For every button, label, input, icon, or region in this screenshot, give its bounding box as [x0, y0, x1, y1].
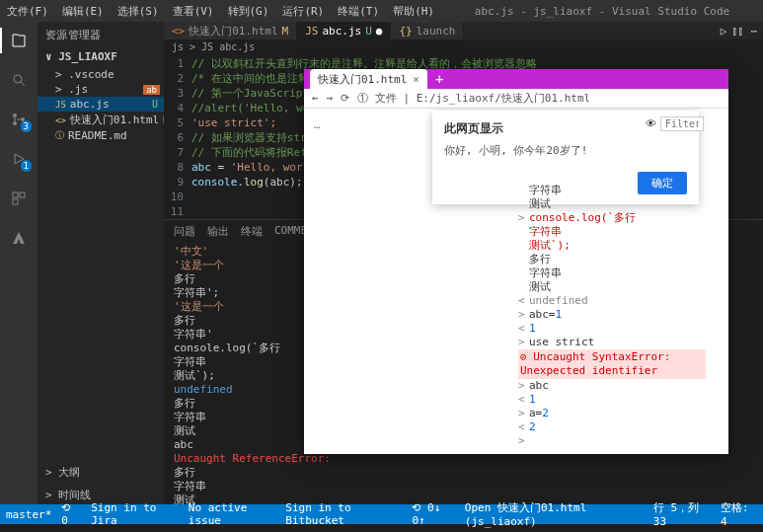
outline-section[interactable]: > 大纲	[38, 461, 164, 484]
more-icon[interactable]: ⋯	[750, 25, 757, 38]
file-item[interactable]: JS abc.jsU	[38, 97, 164, 112]
reload-icon[interactable]: ⟳	[341, 92, 349, 105]
atlassian-icon[interactable]	[8, 227, 30, 249]
debug-icon[interactable]: 1	[8, 148, 30, 170]
git-branch[interactable]: master*	[6, 508, 51, 521]
close-icon[interactable]: ×	[413, 73, 420, 86]
menu-bar[interactable]: 文件(F)编辑(E)选择(S)查看(V)转到(G)运行(R)终端(T)帮助(H)	[0, 1, 441, 22]
svg-rect-6	[13, 199, 18, 204]
sidebar: 资源管理器 ∨ JS_LIAOXF > .vscode> .jsabJS abc…	[38, 22, 164, 504]
window-title: abc.js - js_liaoxf - Visual Studio Code	[441, 5, 763, 18]
breadcrumb[interactable]: js > JS abc.js	[164, 39, 763, 54]
fwd-icon[interactable]: →	[327, 92, 334, 105]
editor-tab[interactable]: {} launch	[391, 22, 464, 39]
search-icon[interactable]	[8, 69, 30, 91]
editor-tab[interactable]: <> 快速入门01.html M	[164, 22, 297, 39]
browser-tab[interactable]: 快速入门01.html×	[310, 69, 427, 89]
editor-tabs: <> 快速入门01.html MJS abc.js U ●{} launch▷⫿…	[164, 22, 763, 39]
sidebar-header: 资源管理器	[38, 22, 164, 48]
address-bar[interactable]: ① 文件 | E:/js_liaoxf/快速入门01.html	[357, 91, 721, 106]
indent[interactable]: 空格: 4	[721, 500, 757, 528]
scm-icon[interactable]: 3	[8, 109, 30, 130]
file-item[interactable]: > .vscode	[38, 67, 164, 82]
svg-point-1	[13, 114, 17, 117]
file-item[interactable]: > .jsab	[38, 82, 164, 97]
new-tab-icon[interactable]: +	[427, 71, 451, 87]
panel-tab[interactable]: 终端	[241, 224, 263, 239]
browser-toolbar: ← → ⟳ ① 文件 | E:/js_liaoxf/快速入门01.html	[304, 89, 728, 109]
cursor-pos[interactable]: 行 5，列 33	[653, 500, 711, 528]
extensions-icon[interactable]	[8, 188, 30, 209]
menu-item[interactable]: 文件(F)	[0, 1, 55, 22]
run-icon[interactable]: ▷	[721, 25, 727, 38]
svg-point-0	[14, 75, 22, 83]
svg-rect-4	[13, 192, 18, 197]
split-icon[interactable]: ⫿⫿	[732, 25, 744, 38]
menu-item[interactable]: 查看(V)	[166, 1, 221, 22]
explorer-icon[interactable]	[8, 30, 30, 51]
back-icon[interactable]: ←	[312, 92, 319, 105]
file-item[interactable]: <> 快速入门01.htmlM	[38, 112, 164, 128]
menu-item[interactable]: 终端(T)	[331, 1, 386, 22]
browser-tabbar: 快速入门01.html× +	[304, 69, 728, 89]
panel-tab[interactable]: 输出	[207, 224, 229, 239]
file-item[interactable]: ⓘ README.md	[38, 128, 164, 143]
svg-rect-5	[20, 192, 25, 197]
project-name[interactable]: ∨ JS_LIAOXF	[38, 48, 164, 65]
svg-point-2	[13, 121, 17, 125]
menu-item[interactable]: 帮助(H)	[386, 1, 441, 22]
devtools-console[interactable]: 👁 字符串测试>console.log(`多行字符串测试`);多行字符串测试<u…	[518, 114, 706, 448]
browser-window: 快速入门01.html× + ← → ⟳ ① 文件 | E:/js_liaoxf…	[304, 69, 728, 454]
activity-bar: 3 1	[0, 22, 38, 504]
devtools-eye-icon[interactable]: 👁	[646, 117, 656, 131]
filter-input[interactable]	[660, 116, 704, 131]
menu-item[interactable]: 转到(G)	[221, 1, 276, 22]
menu-item[interactable]: 运行(R)	[275, 1, 331, 22]
status-bar[interactable]: master* ⟲ 0 Sign in to Jira No active is…	[0, 504, 763, 524]
menu-item[interactable]: 编辑(E)	[55, 1, 111, 22]
editor-tab[interactable]: JS abc.js U ●	[297, 22, 391, 39]
panel-tab[interactable]: 问题	[174, 224, 195, 239]
menu-item[interactable]: 选择(S)	[111, 1, 166, 22]
